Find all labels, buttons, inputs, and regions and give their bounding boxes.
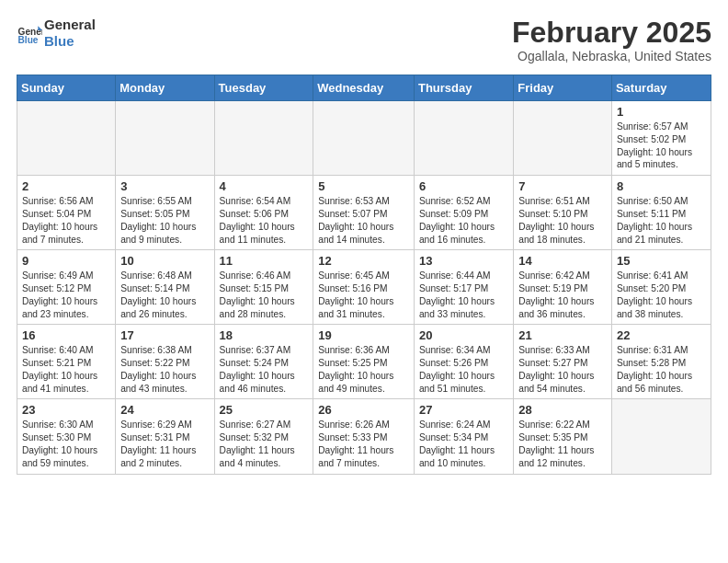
- calendar-cell: [611, 399, 711, 474]
- day-info: Sunrise: 6:42 AM Sunset: 5:19 PM Dayligh…: [518, 270, 607, 320]
- month-title: February 2025: [512, 17, 711, 49]
- calendar-cell: 4Sunrise: 6:54 AM Sunset: 5:06 PM Daylig…: [214, 176, 313, 250]
- day-info: Sunrise: 6:44 AM Sunset: 5:17 PM Dayligh…: [419, 270, 508, 320]
- day-number: 27: [419, 403, 508, 417]
- weekday-header-friday: Friday: [514, 75, 612, 101]
- weekday-header-wednesday: Wednesday: [313, 75, 415, 101]
- day-number: 19: [318, 328, 409, 342]
- day-number: 15: [617, 254, 706, 268]
- calendar-cell: [17, 101, 116, 176]
- weekday-header-thursday: Thursday: [414, 75, 513, 101]
- calendar-cell: 16Sunrise: 6:40 AM Sunset: 5:21 PM Dayli…: [17, 325, 116, 399]
- day-info: Sunrise: 6:37 AM Sunset: 5:24 PM Dayligh…: [220, 344, 309, 395]
- calendar-cell: 18Sunrise: 6:37 AM Sunset: 5:24 PM Dayli…: [214, 325, 313, 399]
- day-number: 28: [518, 403, 607, 417]
- day-number: 13: [419, 254, 508, 268]
- calendar-cell: 2Sunrise: 6:56 AM Sunset: 5:04 PM Daylig…: [17, 176, 116, 250]
- day-number: 26: [318, 403, 409, 417]
- day-info: Sunrise: 6:24 AM Sunset: 5:34 PM Dayligh…: [419, 419, 508, 469]
- page: General Blue General Blue February 2025 …: [0, 0, 728, 486]
- day-info: Sunrise: 6:57 AM Sunset: 5:02 PM Dayligh…: [617, 121, 706, 171]
- week-row-0: 1Sunrise: 6:57 AM Sunset: 5:02 PM Daylig…: [17, 101, 711, 176]
- calendar-cell: 26Sunrise: 6:26 AM Sunset: 5:33 PM Dayli…: [313, 399, 415, 474]
- calendar-cell: 8Sunrise: 6:50 AM Sunset: 5:11 PM Daylig…: [611, 176, 711, 250]
- day-number: 11: [220, 254, 309, 268]
- location-subtitle: Ogallala, Nebraska, United States: [512, 49, 711, 63]
- day-number: 1: [617, 105, 706, 119]
- weekday-header-monday: Monday: [116, 75, 214, 101]
- calendar-cell: 22Sunrise: 6:31 AM Sunset: 5:28 PM Dayli…: [611, 325, 711, 399]
- day-number: 25: [220, 403, 309, 417]
- day-number: 17: [120, 328, 209, 342]
- day-number: 10: [120, 254, 209, 268]
- day-number: 12: [318, 254, 409, 268]
- day-info: Sunrise: 6:29 AM Sunset: 5:31 PM Dayligh…: [120, 419, 209, 469]
- day-info: Sunrise: 6:31 AM Sunset: 5:28 PM Dayligh…: [617, 344, 706, 395]
- calendar-cell: 23Sunrise: 6:30 AM Sunset: 5:30 PM Dayli…: [17, 399, 116, 474]
- day-info: Sunrise: 6:22 AM Sunset: 5:35 PM Dayligh…: [518, 419, 607, 469]
- calendar-cell: 20Sunrise: 6:34 AM Sunset: 5:26 PM Dayli…: [414, 325, 513, 399]
- day-info: Sunrise: 6:52 AM Sunset: 5:09 PM Dayligh…: [419, 195, 508, 246]
- calendar-cell: 21Sunrise: 6:33 AM Sunset: 5:27 PM Dayli…: [514, 325, 612, 399]
- logo-text: General Blue: [44, 17, 96, 50]
- calendar-table: SundayMondayTuesdayWednesdayThursdayFrid…: [17, 75, 711, 474]
- day-info: Sunrise: 6:53 AM Sunset: 5:07 PM Dayligh…: [318, 195, 409, 246]
- day-info: Sunrise: 6:27 AM Sunset: 5:32 PM Dayligh…: [220, 419, 309, 469]
- day-info: Sunrise: 6:36 AM Sunset: 5:25 PM Dayligh…: [318, 344, 409, 395]
- weekday-header-row: SundayMondayTuesdayWednesdayThursdayFrid…: [17, 75, 711, 101]
- day-info: Sunrise: 6:46 AM Sunset: 5:15 PM Dayligh…: [220, 270, 309, 320]
- day-info: Sunrise: 6:49 AM Sunset: 5:12 PM Dayligh…: [22, 270, 110, 320]
- day-number: 22: [617, 328, 706, 342]
- day-info: Sunrise: 6:56 AM Sunset: 5:04 PM Dayligh…: [22, 195, 110, 246]
- day-info: Sunrise: 6:41 AM Sunset: 5:20 PM Dayligh…: [617, 270, 706, 320]
- day-number: 23: [22, 403, 110, 417]
- day-info: Sunrise: 6:38 AM Sunset: 5:22 PM Dayligh…: [120, 344, 209, 395]
- weekday-header-saturday: Saturday: [611, 75, 711, 101]
- day-info: Sunrise: 6:50 AM Sunset: 5:11 PM Dayligh…: [617, 195, 706, 246]
- calendar-cell: 24Sunrise: 6:29 AM Sunset: 5:31 PM Dayli…: [116, 399, 214, 474]
- calendar-cell: 5Sunrise: 6:53 AM Sunset: 5:07 PM Daylig…: [313, 176, 415, 250]
- day-number: 9: [22, 254, 110, 268]
- day-info: Sunrise: 6:34 AM Sunset: 5:26 PM Dayligh…: [419, 344, 508, 395]
- logo-icon: General Blue: [17, 20, 42, 46]
- day-number: 5: [318, 179, 409, 193]
- day-number: 18: [220, 328, 309, 342]
- calendar-cell: 12Sunrise: 6:45 AM Sunset: 5:16 PM Dayli…: [313, 250, 415, 325]
- week-row-1: 2Sunrise: 6:56 AM Sunset: 5:04 PM Daylig…: [17, 176, 711, 250]
- calendar-cell: [414, 101, 513, 176]
- calendar-cell: [214, 101, 313, 176]
- header: General Blue General Blue February 2025 …: [17, 17, 711, 63]
- day-info: Sunrise: 6:45 AM Sunset: 5:16 PM Dayligh…: [318, 270, 409, 320]
- calendar-cell: 17Sunrise: 6:38 AM Sunset: 5:22 PM Dayli…: [116, 325, 214, 399]
- logo: General Blue General Blue: [17, 17, 96, 50]
- day-info: Sunrise: 6:48 AM Sunset: 5:14 PM Dayligh…: [120, 270, 209, 320]
- calendar-cell: 25Sunrise: 6:27 AM Sunset: 5:32 PM Dayli…: [214, 399, 313, 474]
- week-row-2: 9Sunrise: 6:49 AM Sunset: 5:12 PM Daylig…: [17, 250, 711, 325]
- calendar-cell: 6Sunrise: 6:52 AM Sunset: 5:09 PM Daylig…: [414, 176, 513, 250]
- day-number: 3: [120, 179, 209, 193]
- day-info: Sunrise: 6:26 AM Sunset: 5:33 PM Dayligh…: [318, 419, 409, 469]
- day-info: Sunrise: 6:33 AM Sunset: 5:27 PM Dayligh…: [518, 344, 607, 395]
- calendar-cell: 11Sunrise: 6:46 AM Sunset: 5:15 PM Dayli…: [214, 250, 313, 325]
- week-row-3: 16Sunrise: 6:40 AM Sunset: 5:21 PM Dayli…: [17, 325, 711, 399]
- day-number: 7: [518, 179, 607, 193]
- calendar-cell: 13Sunrise: 6:44 AM Sunset: 5:17 PM Dayli…: [414, 250, 513, 325]
- day-info: Sunrise: 6:55 AM Sunset: 5:05 PM Dayligh…: [120, 195, 209, 246]
- calendar-cell: 3Sunrise: 6:55 AM Sunset: 5:05 PM Daylig…: [116, 176, 214, 250]
- day-number: 14: [518, 254, 607, 268]
- calendar-cell: 14Sunrise: 6:42 AM Sunset: 5:19 PM Dayli…: [514, 250, 612, 325]
- calendar-cell: 7Sunrise: 6:51 AM Sunset: 5:10 PM Daylig…: [514, 176, 612, 250]
- calendar-cell: 19Sunrise: 6:36 AM Sunset: 5:25 PM Dayli…: [313, 325, 415, 399]
- calendar-cell: 15Sunrise: 6:41 AM Sunset: 5:20 PM Dayli…: [611, 250, 711, 325]
- title-block: February 2025 Ogallala, Nebraska, United…: [512, 17, 711, 63]
- day-number: 24: [120, 403, 209, 417]
- day-number: 4: [220, 179, 309, 193]
- day-number: 6: [419, 179, 508, 193]
- day-number: 2: [22, 179, 110, 193]
- calendar-cell: 1Sunrise: 6:57 AM Sunset: 5:02 PM Daylig…: [611, 101, 711, 176]
- svg-text:Blue: Blue: [18, 35, 39, 45]
- day-number: 21: [518, 328, 607, 342]
- day-number: 8: [617, 179, 706, 193]
- weekday-header-tuesday: Tuesday: [214, 75, 313, 101]
- week-row-4: 23Sunrise: 6:30 AM Sunset: 5:30 PM Dayli…: [17, 399, 711, 474]
